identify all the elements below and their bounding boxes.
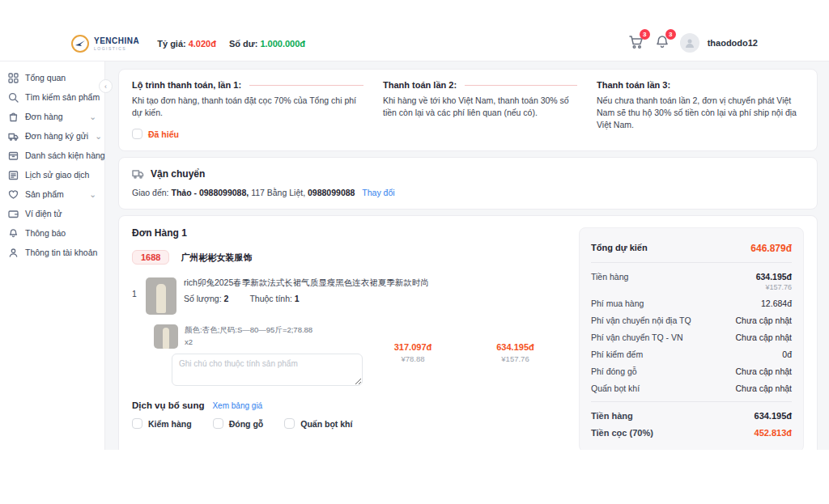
page-bottom-spacer	[0, 450, 829, 504]
yenchina-logo[interactable]: YENCHINA LOGISTICS	[71, 35, 139, 53]
bag-icon	[8, 112, 19, 122]
summary-deposit-total: Tiền cọc (70%) 452.813đ	[591, 424, 792, 441]
sidebar-item-product-search[interactable]: Tìm kiếm sản phẩm	[0, 87, 104, 107]
cart-badge: 3	[640, 29, 650, 40]
summary-row: Phí đóng gỗ Chưa cập nhật	[591, 362, 792, 379]
username: thaododo12	[708, 38, 758, 48]
sidebar-item-consignment-orders[interactable]: Đơn hàng ký gửi ⌄	[0, 126, 104, 146]
exchange-rate-value: 4.020đ	[189, 39, 216, 49]
payment-step-title: Lộ trình thanh toán, lần 1:	[132, 80, 241, 90]
truck-icon	[8, 131, 19, 142]
service-option-wooden-crate[interactable]: Đóng gỗ	[213, 418, 264, 429]
payment-step-body: Khi tạo đơn hàng, thanh toán đặt cọc 70%…	[132, 95, 363, 119]
service-label: Kiểm hàng	[148, 419, 192, 429]
variant-note-input[interactable]	[172, 354, 363, 386]
order-title: Đơn Hàng 1	[132, 227, 569, 239]
item-index: 1	[132, 277, 138, 315]
sidebar-item-label: Thông tin tài khoản	[25, 248, 97, 257]
variant-spec: 颜色:杏色;尺码:S—80—95斤=2;78.88	[185, 324, 312, 336]
order-card: Đơn Hàng 1 1688 广州彬彬女装服饰 1 rich卯兔2025春季新…	[118, 215, 818, 450]
sidebar-item-label: Tìm kiếm sản phẩm	[25, 92, 100, 102]
bell-badge: 3	[665, 29, 676, 40]
sidebar-item-label: Lịch sử giao dịch	[25, 170, 89, 180]
sidebar-item-transaction-history[interactable]: Lịch sử giao dịch	[0, 165, 104, 184]
user-icon	[8, 248, 19, 258]
service-label: Quấn bọt khí	[300, 419, 352, 429]
payment-step-2: Thanh toán lần 2: Khi hàng về tới kho Vi…	[383, 80, 577, 139]
wallet-icon	[8, 209, 19, 219]
price-list-link[interactable]: Xem bảng giá	[212, 401, 262, 410]
summary-row: Tiền hàng 634.195đ¥157.76	[591, 268, 792, 294]
avatar[interactable]	[680, 33, 699, 53]
sidebar-item-label: Ví điện tử	[25, 209, 62, 218]
checkbox[interactable]	[213, 418, 223, 429]
recipient: Thảo - 0988099088,	[171, 188, 249, 197]
sidebar-item-wallet[interactable]: Ví điện tử	[0, 204, 104, 223]
sidebar-item-package-list[interactable]: Danh sách kiện hàng	[0, 146, 104, 165]
extra-services: Dịch vụ bổ sung Xem bảng giá Kiểm hàng Đ…	[132, 400, 569, 429]
summary-total-label: Tổng dự kiến	[591, 243, 648, 252]
variant-qty: x2	[185, 337, 312, 348]
shipping-card: Vận chuyển Giao đến: Thảo - 0988099088, …	[118, 157, 818, 210]
notifications-button[interactable]: 3	[654, 34, 672, 52]
sidebar: Tổng quan Tìm kiếm sản phẩm Đơn hàng ⌄ Đ…	[0, 61, 105, 450]
chevron-down-icon: ⌄	[95, 131, 102, 141]
product-image[interactable]	[146, 277, 176, 315]
sidebar-collapse-button[interactable]: ‹	[99, 79, 113, 93]
step-connector-line	[465, 85, 577, 86]
exchange-rate: Tỷ giá:4.020đ	[157, 39, 216, 49]
service-option-inspection[interactable]: Kiểm hàng	[132, 418, 192, 429]
sidebar-item-label: Đơn hàng	[25, 112, 63, 121]
sidebar-item-notifications[interactable]: Thông báo	[0, 223, 104, 243]
checkbox[interactable]	[284, 418, 295, 429]
sidebar-item-overview[interactable]: Tổng quan	[0, 68, 104, 87]
balance: Số dư:1.000.000đ	[229, 39, 305, 49]
product-title[interactable]: rich卯兔2025春季新款法式长裙气质显瘦黑色连衣裙夏季新款时尚	[184, 277, 569, 289]
payment-step-title: Thanh toán lần 2:	[383, 80, 457, 90]
attributes: Thuộc tính: 1	[249, 294, 299, 303]
cart-button[interactable]: 3	[628, 34, 646, 52]
bell-icon	[8, 228, 19, 239]
main-content: Lộ trình thanh toán, lần 1: Khi tạo đơn …	[105, 61, 829, 450]
order-summary-panel: Tổng dự kiến 646.879đ Tiền hàng 634.195đ…	[579, 227, 804, 450]
agree-checkbox[interactable]	[132, 129, 142, 139]
truck-icon	[132, 167, 144, 180]
summary-row: Phí vận chuyển TQ - VN Chưa cập nhật	[591, 328, 792, 345]
payment-step-body: Nếu chưa thanh toán lần 2, đơn vị chuyển…	[597, 95, 804, 132]
variant-row: 颜色:杏色;尺码:S—80—95斤=2;78.88 x2 317.097đ ¥7…	[154, 324, 569, 389]
marketplace-badge[interactable]: 1688	[132, 250, 169, 265]
header: YENCHINA LOGISTICS Tỷ giá:4.020đ Số dư:1…	[0, 0, 829, 61]
logo-text: YENCHINA	[94, 37, 139, 45]
summary-row: Quấn bọt khí Chưa cập nhật	[591, 379, 792, 396]
payment-step-title: Thanh toán lần 3:	[597, 80, 670, 90]
summary-goods-total: Tiền hàng 634.195đ	[591, 407, 792, 424]
payment-step-1: Lộ trình thanh toán, lần 1: Khi tạo đơn …	[132, 80, 363, 139]
sidebar-item-products[interactable]: Sản phẩm ⌄	[0, 184, 104, 204]
deliver-label: Giao đến:	[132, 188, 169, 197]
checkbox[interactable]	[132, 418, 142, 429]
variant-image[interactable]	[154, 324, 178, 349]
summary-row: Phí mua hàng 12.684đ	[591, 294, 792, 311]
grid-icon	[8, 73, 19, 83]
sidebar-item-label: Sản phẩm	[25, 189, 64, 199]
order-item-row: 1 rich卯兔2025春季新款法式长裙气质显瘦黑色连衣裙夏季新款时尚 Số l…	[132, 277, 569, 315]
sidebar-item-account-info[interactable]: Thông tin tài khoản ⌄	[0, 243, 104, 262]
logo-subtext: LOGISTICS	[94, 47, 139, 51]
service-label: Đóng gỗ	[229, 419, 264, 429]
heart-icon	[8, 189, 19, 200]
sidebar-item-label: Đơn hàng ký gửi	[25, 131, 88, 141]
payment-step-3: Thanh toán lần 3: Nếu chưa thanh toán lầ…	[597, 80, 804, 139]
agree-checkbox-row[interactable]: Đã hiểu	[132, 129, 363, 139]
sidebar-item-label: Danh sách kiện hàng	[25, 150, 105, 160]
change-address-link[interactable]: Thay đổi	[362, 188, 394, 197]
service-option-bubble-wrap[interactable]: Quấn bọt khí	[284, 418, 352, 429]
summary-total-value: 646.879đ	[750, 243, 792, 254]
divider	[591, 401, 792, 402]
chevron-down-icon: ⌄	[89, 189, 96, 199]
payment-plan-card: Lộ trình thanh toán, lần 1: Khi tạo đơn …	[118, 69, 818, 151]
address: 117 Bằng Liệt,	[251, 188, 305, 197]
payment-step-body: Khi hàng về tới kho Việt Nam, thanh toán…	[383, 95, 577, 119]
sidebar-item-orders[interactable]: Đơn hàng ⌄	[0, 107, 104, 126]
sidebar-item-label: Thông báo	[25, 228, 66, 238]
services-title: Dịch vụ bổ sung	[132, 400, 204, 410]
